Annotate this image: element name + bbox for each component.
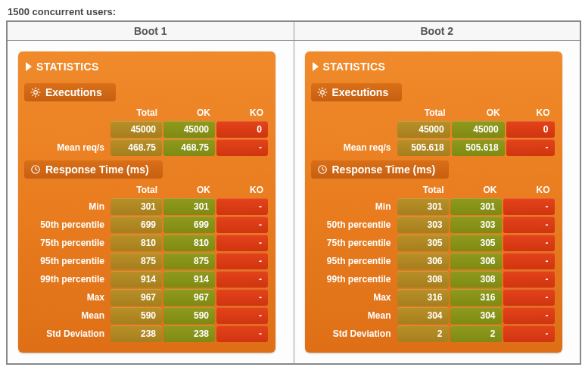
svg-line-6 — [38, 95, 39, 96]
rt-row: 95th percentile306306- — [313, 253, 555, 269]
rt-ko: - — [216, 271, 268, 288]
exec-counts-ok: 45000 — [163, 121, 215, 138]
rt-row-label: 50th percentile — [313, 216, 396, 233]
statistics-header: STATISTICS — [24, 58, 269, 80]
rt-ok: 306 — [450, 253, 502, 269]
rt-total: 238 — [110, 325, 162, 342]
rt-ko: - — [503, 325, 555, 342]
rt-row: 75th percentile810810- — [26, 235, 268, 251]
rt-row: Max316316- — [313, 289, 555, 306]
svg-line-17 — [319, 89, 320, 90]
rt-ko: - — [503, 307, 555, 324]
col-total: Total — [397, 106, 450, 120]
responsetime-section-bar: Response Time (ms) — [311, 160, 450, 179]
rt-total: 875 — [110, 253, 162, 269]
svg-line-8 — [38, 89, 39, 90]
rt-row: 95th percentile875875- — [26, 253, 268, 269]
rt-total: 306 — [397, 253, 449, 269]
rt-ok: 590 — [163, 307, 215, 324]
exec-meanreq-total: 505.618 — [397, 139, 450, 156]
exec-row-meanreq: Mean req/s468.75468.75- — [26, 139, 268, 156]
column-header-boot2: Boot 2 — [294, 21, 580, 41]
rt-ko: - — [216, 216, 268, 233]
svg-point-0 — [34, 91, 38, 95]
rt-row: 75th percentile305305- — [313, 235, 555, 251]
clock-icon — [317, 164, 328, 175]
exec-meanreq-ok: 505.618 — [452, 139, 505, 156]
rt-ok: 967 — [163, 289, 215, 306]
rt-total: 308 — [397, 271, 449, 288]
executions-section-bar: Executions — [311, 83, 403, 101]
svg-line-5 — [32, 89, 33, 90]
responsetime-label: Response Time (ms) — [45, 163, 149, 176]
stats-panel-boot1: STATISTICSExecutionsTotalOKKO45000450000… — [18, 51, 275, 353]
rt-row: 99th percentile914914- — [26, 271, 268, 288]
rt-ok: 699 — [163, 216, 215, 233]
rt-total: 810 — [110, 235, 162, 251]
executions-label: Executions — [45, 86, 102, 98]
rt-row-label: 75th percentile — [313, 235, 396, 251]
col-total: Total — [110, 106, 162, 120]
col-total: Total — [110, 183, 162, 197]
rt-row: Mean590590- — [26, 307, 268, 324]
col-ko: KO — [216, 106, 268, 120]
rt-row-label: Mean — [313, 307, 396, 324]
rt-row-label: 99th percentile — [26, 271, 109, 288]
rt-ok: 316 — [450, 289, 502, 306]
rt-row-label: 50th percentile — [26, 216, 109, 233]
rt-ko: - — [503, 235, 555, 251]
rt-row-label: Mean — [26, 307, 109, 324]
rt-row-label: Std Deviation — [313, 325, 396, 342]
rt-total: 304 — [397, 307, 449, 324]
rt-ok: 308 — [450, 271, 502, 288]
col-ok: OK — [163, 183, 215, 197]
rt-ko: - — [503, 289, 555, 306]
exec-row-counts: 45000450000 — [313, 121, 555, 138]
rt-row-label: 95th percentile — [313, 253, 396, 269]
svg-line-18 — [324, 95, 325, 96]
svg-line-11 — [36, 170, 37, 170]
responsetime-grid: TotalOKKOMin301301-50th percentile303303… — [311, 182, 556, 344]
exec-counts-ko: 0 — [216, 121, 268, 138]
rt-row: Max967967- — [26, 289, 268, 306]
svg-line-23 — [322, 170, 324, 170]
col-ok: OK — [452, 106, 505, 120]
exec-meanreq-ko: - — [506, 139, 555, 156]
rt-ko: - — [216, 289, 268, 306]
rt-ok: 301 — [450, 198, 502, 215]
rt-ko: - — [216, 253, 268, 269]
executions-section-bar: Executions — [24, 83, 116, 101]
rt-row: Std Deviation238238- — [26, 325, 268, 342]
page-title: 1500 concurrent users: — [8, 6, 576, 17]
rt-total: 301 — [110, 198, 162, 215]
rt-ko: - — [503, 198, 555, 215]
executions-grid: TotalOKKO45000450000Mean req/s505.618505… — [311, 104, 556, 157]
rt-ko: - — [503, 216, 555, 233]
exec-meanreq-label: Mean req/s — [26, 139, 109, 156]
column-header-boot1: Boot 1 — [7, 21, 294, 41]
responsetime-section-bar: Response Time (ms) — [24, 160, 163, 179]
clock-icon — [30, 164, 41, 175]
col-ok: OK — [450, 183, 502, 197]
executions-grid: TotalOKKO45000450000Mean req/s468.75468.… — [24, 104, 269, 157]
rt-ok: 305 — [450, 235, 502, 251]
rt-ko: - — [216, 325, 268, 342]
rt-row: 50th percentile303303- — [313, 216, 555, 233]
exec-meanreq-label: Mean req/s — [313, 139, 396, 156]
rt-total: 967 — [110, 289, 162, 306]
col-total: Total — [397, 183, 449, 197]
gear-icon — [317, 87, 328, 98]
exec-counts-ko: 0 — [506, 121, 555, 138]
rt-ok: 238 — [163, 325, 215, 342]
rt-total: 316 — [397, 289, 449, 306]
col-ko: KO — [506, 106, 555, 120]
rt-ok: 301 — [163, 198, 215, 215]
stats-panel-boot2: STATISTICSExecutionsTotalOKKO45000450000… — [305, 51, 562, 353]
exec-counts-total: 45000 — [397, 121, 450, 138]
svg-line-7 — [32, 95, 33, 96]
rt-row: Mean304304- — [313, 307, 555, 324]
rt-row-label: Min — [313, 198, 396, 215]
exec-meanreq-total: 468.75 — [110, 139, 162, 156]
cell-boot1: STATISTICSExecutionsTotalOKKO45000450000… — [7, 41, 294, 365]
exec-row-counts: 45000450000 — [26, 121, 268, 138]
